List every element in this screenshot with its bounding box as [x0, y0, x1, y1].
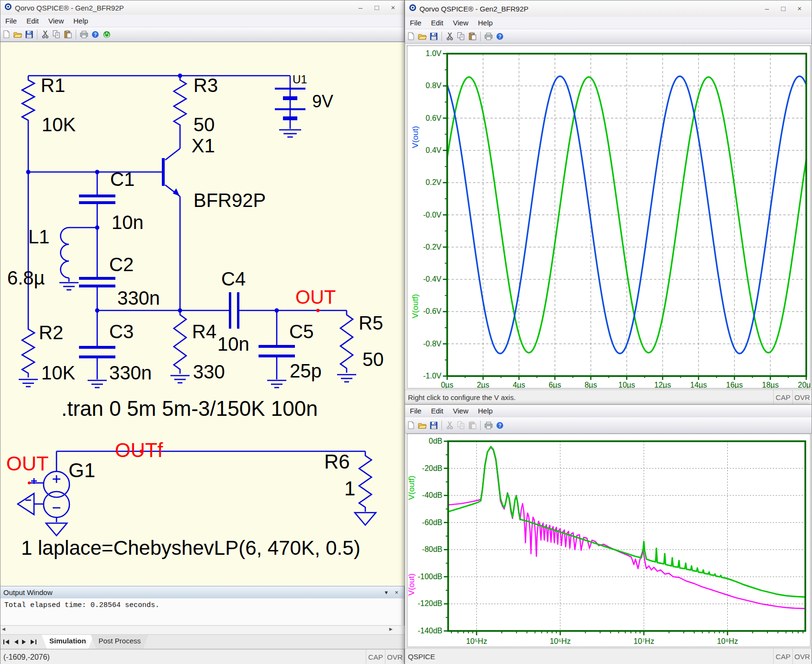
power-icon[interactable] [102, 29, 112, 40]
svg-text:14µs: 14µs [690, 381, 707, 388]
menu-edit[interactable]: Edit [22, 17, 44, 25]
scroll-right-icon[interactable]: ▶ [389, 627, 393, 631]
svg-text:0.6V: 0.6V [426, 114, 441, 122]
minimize-button[interactable]: – [759, 2, 775, 15]
cut-icon[interactable] [444, 420, 455, 431]
output-window-body[interactable]: Total elapsed time: 0.28564 seconds. [0, 598, 401, 626]
output-close-icon[interactable]: × [395, 589, 398, 596]
toolbar-separator [76, 30, 76, 39]
fft-statusbar: QSPICE CAP OVR [405, 648, 812, 664]
save-icon[interactable] [429, 420, 439, 431]
svg-text:-40dB: -40dB [422, 491, 442, 499]
print-icon[interactable] [483, 31, 494, 42]
minimize-button[interactable]: – [352, 1, 369, 14]
menu-help[interactable]: Help [473, 19, 497, 27]
menu-file[interactable]: File [405, 407, 426, 415]
copy-icon[interactable] [51, 29, 62, 40]
waveform-toolbar: ? [405, 29, 812, 44]
svg-text:4µs: 4µs [513, 381, 525, 388]
toolbar-separator [480, 32, 481, 41]
svg-text:0dB: 0dB [429, 437, 442, 445]
svg-text:-0.4V: -0.4V [423, 275, 442, 283]
output-hscrollbar[interactable]: ◀ ▶ [0, 626, 405, 635]
y-axis-label-voutf: V(outf) [407, 475, 416, 500]
status-hint: Right click to configure the V axis. [405, 393, 773, 401]
new-icon[interactable] [406, 31, 416, 42]
open-icon[interactable] [417, 31, 428, 42]
svg-text:-100dB: -100dB [417, 572, 442, 581]
save-icon[interactable] [24, 29, 34, 40]
cut-icon[interactable] [40, 29, 50, 40]
tab-simulation[interactable]: Simulation [42, 635, 94, 649]
svg-text:10K: 10K [41, 362, 75, 383]
svg-text:50: 50 [193, 114, 215, 135]
help-icon[interactable]: ? [90, 29, 101, 40]
menu-file[interactable]: File [0, 17, 22, 25]
scroll-left-icon[interactable]: ◀ [2, 627, 5, 631]
svg-text:1: 1 [344, 477, 355, 500]
tab-nav-buttons[interactable] [0, 635, 42, 649]
svg-text:10⁷Hz: 10⁷Hz [633, 637, 654, 645]
close-button[interactable]: × [791, 2, 808, 15]
schematic-menubar: File Edit View Help [0, 15, 404, 27]
menu-view[interactable]: View [44, 17, 68, 25]
copy-icon[interactable] [456, 420, 466, 431]
maximize-button[interactable]: □ [369, 1, 385, 14]
help-icon[interactable]: ? [495, 420, 505, 431]
schematic-canvas[interactable]: R110KR350X1BFR92PU19VC110nL16.8µC2330nC3… [0, 42, 405, 586]
menu-file[interactable]: File [405, 19, 426, 27]
svg-text:-120dB: -120dB [417, 599, 442, 607]
svg-text:?: ? [498, 423, 501, 428]
close-button[interactable]: × [385, 1, 401, 14]
svg-text:10K: 10K [42, 114, 76, 135]
new-icon[interactable] [406, 420, 416, 431]
menu-view[interactable]: View [448, 407, 473, 415]
svg-text:G1: G1 [68, 459, 95, 481]
tab-next-icon [22, 639, 27, 645]
svg-text:6.8µ: 6.8µ [7, 267, 45, 288]
ovr-indicator: OVR [792, 390, 812, 404]
menu-view[interactable]: View [448, 19, 473, 27]
open-icon[interactable] [12, 29, 23, 40]
help-icon[interactable]: ? [495, 31, 505, 42]
tab-first-icon [3, 639, 10, 645]
menu-help[interactable]: Help [473, 407, 497, 415]
paste-icon[interactable] [467, 31, 478, 42]
time-plot[interactable]: 1.0V0.8V0.6V0.4V0.2V-0.0V-0.2V-0.4V-0.6V… [407, 46, 811, 389]
paste-icon[interactable] [467, 420, 478, 431]
svg-text:U1: U1 [293, 73, 307, 86]
print-icon[interactable] [483, 420, 494, 431]
paste-icon[interactable] [63, 29, 73, 40]
status-app-name: QSPICE [405, 653, 773, 661]
cursor-coordinates: (-1609,-2076) [0, 653, 366, 662]
save-icon[interactable] [429, 31, 439, 42]
schematic-titlebar: Qorvo QSPICE® - Gen2_BFR92P – □ × [0, 0, 404, 15]
app-icon [4, 3, 12, 12]
maximize-button[interactable]: □ [775, 2, 791, 15]
open-icon[interactable] [417, 420, 428, 431]
menu-help[interactable]: Help [68, 17, 93, 25]
svg-text:10⁸Hz: 10⁸Hz [717, 637, 738, 645]
menu-edit[interactable]: Edit [426, 19, 448, 27]
cap-indicator: CAP [366, 650, 385, 664]
svg-text:1 laplace=ChebyshevLP(6, 470K,: 1 laplace=ChebyshevLP(6, 470K, 0.5) [21, 537, 361, 559]
svg-text:-0.2V: -0.2V [423, 243, 442, 251]
cut-icon[interactable] [444, 31, 455, 42]
new-icon[interactable] [1, 29, 11, 40]
output-window-title: Output Window [0, 588, 53, 596]
copy-icon[interactable] [456, 31, 466, 42]
svg-text:16µs: 16µs [726, 381, 743, 388]
svg-text:OUT: OUT [295, 286, 336, 308]
fft-plot[interactable]: 0dB-20dB-40dB-60dB-80dB-100dB-120dB-140d… [407, 434, 811, 647]
collapse-icon[interactable]: ▾ [384, 589, 388, 596]
cap-indicator: CAP [773, 390, 792, 404]
output-window-header: Output Window ▾ × [0, 586, 404, 598]
svg-text:-0.6V: -0.6V [423, 307, 442, 315]
svg-text:R6: R6 [324, 450, 350, 473]
svg-text:-140dB: -140dB [417, 627, 442, 635]
tab-post-process[interactable]: Post Process [91, 635, 148, 649]
svg-text:0.4V: 0.4V [426, 146, 441, 154]
print-icon[interactable] [79, 29, 89, 40]
menu-edit[interactable]: Edit [426, 407, 448, 415]
toolbar-separator [441, 32, 442, 41]
